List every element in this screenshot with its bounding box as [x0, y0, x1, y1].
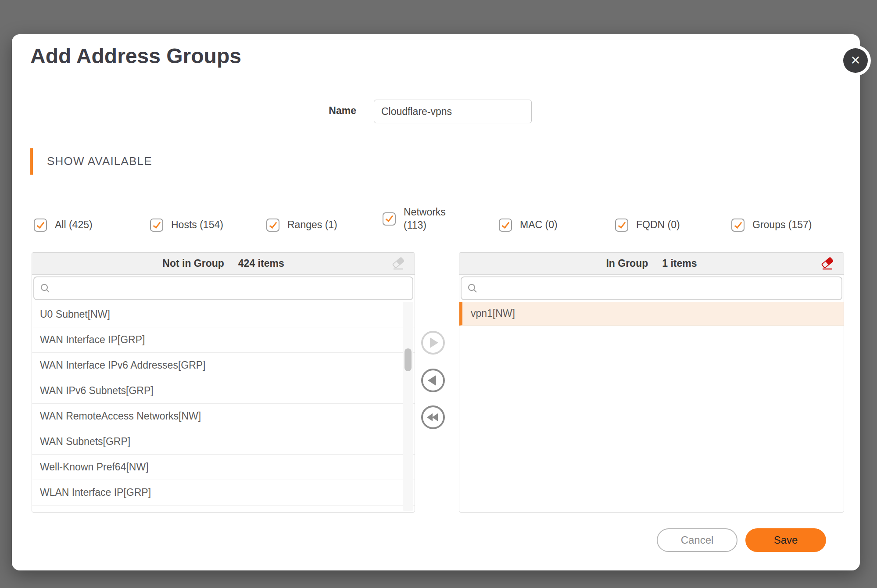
not-in-group-panel: Not in Group 424 items: [32, 252, 415, 513]
filter-label: MAC (0): [520, 219, 558, 231]
move-left-button[interactable]: [421, 369, 445, 392]
clear-in-group-button[interactable]: [819, 255, 836, 272]
filter-label: Ranges (1): [287, 219, 337, 231]
check-mark-icon: [269, 220, 277, 229]
eraser-icon: [820, 256, 835, 271]
move-all-left-button[interactable]: [421, 405, 445, 429]
filter-label: FQDN (0): [636, 219, 680, 231]
in-group-header: In Group 1 items: [459, 253, 844, 275]
eraser-icon: [391, 256, 406, 271]
list-item[interactable]: WAN Interface IPv6 Addresses[GRP]: [32, 353, 415, 378]
section-accent-bar: [30, 148, 33, 175]
filter-checkbox-item[interactable]: MAC (0): [499, 219, 615, 232]
checkbox-icon[interactable]: [615, 219, 628, 232]
close-icon: ✕: [843, 48, 868, 73]
in-group-title: In Group: [606, 258, 648, 269]
not-in-group-header: Not in Group 424 items: [32, 253, 415, 275]
in-group-list: vpn1[NW]: [459, 302, 844, 512]
checkbox-icon[interactable]: [499, 219, 512, 232]
filter-label: All (425): [55, 219, 93, 231]
filter-checkbox-item[interactable]: Ranges (1): [266, 219, 383, 232]
list-item[interactable]: WAN RemoteAccess Networks[NW]: [32, 404, 415, 429]
filter-checkbox-item[interactable]: Networks (113): [383, 206, 499, 232]
list-item[interactable]: WAN Subnets[GRP]: [32, 429, 415, 455]
check-mark-icon: [385, 214, 393, 222]
not-in-group-list: U0 Subnet[NW] WAN Interface IP[GRP] WAN …: [32, 302, 415, 512]
check-mark-icon: [734, 220, 742, 229]
move-right-button[interactable]: [421, 331, 445, 355]
move-right-icon: [430, 337, 438, 348]
save-button[interactable]: Save: [745, 528, 826, 552]
list-item[interactable]: U0 Subnet[NW]: [32, 302, 415, 327]
name-label: Name: [301, 105, 356, 117]
list-item[interactable]: WAN Interface IP[GRP]: [32, 327, 415, 353]
clear-not-in-group-button[interactable]: [390, 255, 407, 272]
selected-group-member[interactable]: vpn1[NW]: [459, 302, 844, 326]
check-mark-icon: [501, 220, 509, 229]
not-in-group-search-box: [33, 276, 413, 300]
search-icon: [39, 283, 51, 294]
scrollbar-thumb[interactable]: [404, 348, 412, 371]
search-icon: [467, 283, 478, 294]
filter-row: All (425) Hosts (154) Ranges (1) Network…: [34, 200, 851, 232]
list-item[interactable]: WLAN Interface IP[GRP]: [32, 480, 415, 506]
in-group-search-box: [461, 276, 842, 300]
list-item[interactable]: WAN IPv6 Subnets[GRP]: [32, 378, 415, 404]
not-in-group-count: 424 items: [238, 258, 284, 269]
close-button[interactable]: ✕: [840, 45, 871, 76]
in-group-count: 1 items: [662, 258, 697, 269]
list-item[interactable]: Well-Known Pref64[NW]: [32, 455, 415, 480]
scrollbar-track: [403, 302, 413, 511]
filter-label: Networks (113): [404, 206, 446, 232]
check-mark-icon: [618, 220, 626, 229]
move-all-left-icon: [427, 413, 438, 421]
filter-checkbox-item[interactable]: Groups (157): [731, 219, 848, 232]
filter-checkbox-item[interactable]: FQDN (0): [615, 219, 731, 232]
in-group-panel: In Group 1 items: [459, 252, 844, 513]
checkbox-icon[interactable]: [383, 212, 396, 226]
cancel-button[interactable]: Cancel: [657, 528, 737, 552]
section-title: SHOW AVAILABLE: [47, 154, 152, 168]
not-in-group-search-input[interactable]: [55, 277, 412, 299]
checkbox-icon[interactable]: [150, 219, 163, 232]
filter-checkbox-item[interactable]: All (425): [34, 219, 150, 232]
check-mark-icon: [153, 220, 161, 229]
add-address-groups-dialog: Add Address Groups ✕ Name SHOW AVAILABLE…: [12, 34, 860, 570]
move-left-icon: [428, 375, 436, 386]
filter-label: Hosts (154): [171, 219, 223, 231]
in-group-search-input[interactable]: [483, 277, 841, 299]
check-mark-icon: [36, 220, 44, 229]
checkbox-icon[interactable]: [266, 219, 279, 232]
filter-label: Groups (157): [752, 219, 812, 231]
name-input[interactable]: [374, 100, 532, 123]
checkbox-icon[interactable]: [34, 219, 47, 232]
not-in-group-title: Not in Group: [162, 258, 224, 269]
checkbox-icon[interactable]: [731, 219, 745, 232]
dialog-title: Add Address Groups: [30, 44, 241, 68]
filter-checkbox-item[interactable]: Hosts (154): [150, 219, 266, 232]
